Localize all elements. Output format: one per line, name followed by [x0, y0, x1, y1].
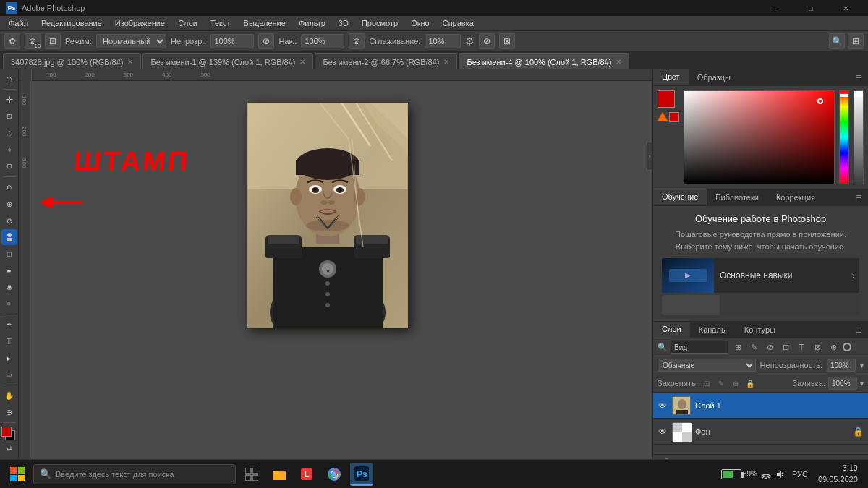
- tab-color[interactable]: Цвет: [653, 69, 689, 85]
- office-btn[interactable]: L: [295, 463, 318, 486]
- flow-input[interactable]: [301, 34, 344, 48]
- tab-2[interactable]: Без имени-1 @ 139% (Слой 1, RGB/8#) ✕: [142, 53, 313, 69]
- tab-3[interactable]: Без имени-2 @ 66,7% (RGB/8#) ✕: [315, 53, 457, 69]
- layer-1-visibility[interactable]: 👁: [658, 401, 668, 411]
- menu-window[interactable]: Окно: [405, 17, 435, 29]
- tool-path-select[interactable]: ▸: [1, 350, 17, 366]
- tool-preset-icon[interactable]: ✿: [4, 33, 20, 49]
- clock[interactable]: 3:19 09.05.2020: [814, 461, 862, 487]
- tool-select-rect[interactable]: ⊡: [1, 108, 17, 124]
- alpha-slider[interactable]: [854, 90, 864, 184]
- tool-eraser[interactable]: ◻: [1, 246, 17, 262]
- smoothing-input[interactable]: [425, 34, 461, 48]
- tab-4[interactable]: Без имени-4 @ 100% (Слой 1, RGB/8#) ✕: [459, 53, 629, 69]
- tab-layers[interactable]: Слои: [653, 322, 690, 338]
- layers-search-input[interactable]: [671, 341, 728, 354]
- symmetry-icon[interactable]: ⊠: [499, 33, 515, 49]
- battery-indicator[interactable]: 59%: [721, 469, 757, 479]
- tab-channels[interactable]: Каналы: [690, 322, 736, 337]
- swap-colors-btn[interactable]: ⇄: [7, 445, 12, 452]
- volume-icon[interactable]: [775, 468, 786, 480]
- close-button[interactable]: ✕: [829, 0, 862, 16]
- menu-3d[interactable]: 3D: [333, 17, 354, 29]
- tool-pen[interactable]: ✒: [1, 317, 17, 333]
- tool-move[interactable]: ✛: [1, 92, 17, 108]
- tool-lasso[interactable]: ◌: [1, 125, 17, 141]
- language-indicator[interactable]: РУС: [789, 468, 811, 480]
- tool-quick-select[interactable]: ✧: [1, 142, 17, 158]
- lock-pixels-btn[interactable]: ⊡: [701, 377, 712, 389]
- tool-home[interactable]: ⌂: [1, 71, 17, 87]
- spectrum-gradient[interactable]: [684, 90, 835, 184]
- opacity-input[interactable]: [210, 34, 254, 48]
- layers-panel-menu[interactable]: ☰: [853, 325, 865, 335]
- tool-crop[interactable]: ⊡: [1, 158, 17, 174]
- file-explorer-btn[interactable]: [268, 463, 291, 486]
- tab-corrections[interactable]: Коррекция: [767, 190, 824, 205]
- lock-artboard-btn[interactable]: ⊕: [730, 377, 741, 389]
- layers-visibility-btn[interactable]: [843, 343, 851, 351]
- menu-layers[interactable]: Слои: [172, 17, 203, 29]
- menu-filter[interactable]: Фильтр: [293, 17, 331, 29]
- tool-gradient[interactable]: ▰: [1, 262, 17, 278]
- tab-3-close[interactable]: ✕: [443, 58, 449, 66]
- tool-blur[interactable]: ◉: [1, 279, 17, 295]
- triangle-swatch[interactable]: [658, 112, 668, 121]
- menu-select[interactable]: Выделение: [238, 17, 292, 29]
- menu-image[interactable]: Изображение: [109, 17, 171, 29]
- menu-view[interactable]: Просмотр: [356, 17, 404, 29]
- angle-icon[interactable]: ⊘: [479, 33, 495, 49]
- layer-item-1[interactable]: 👁 Слой 1: [653, 393, 868, 419]
- tool-text[interactable]: T: [1, 333, 17, 349]
- tab-1-close[interactable]: ✕: [127, 58, 133, 66]
- chrome-btn[interactable]: [323, 463, 346, 486]
- canvas-area[interactable]: 100 200 300 400 500 100 200 300 ШТАМП: [19, 69, 652, 472]
- maximize-button[interactable]: □: [794, 0, 827, 16]
- lock-position-btn[interactable]: ✎: [715, 377, 727, 389]
- blend-mode-select[interactable]: Обычные: [658, 359, 756, 372]
- learn-panel-menu[interactable]: ☰: [853, 192, 865, 203]
- menu-text[interactable]: Текст: [205, 17, 237, 29]
- learn-card-secondary[interactable]: [662, 295, 859, 315]
- minimize-button[interactable]: —: [760, 0, 793, 16]
- brush-settings-icon[interactable]: ⊘ 10: [25, 33, 41, 49]
- workspace-icon[interactable]: ⊞: [848, 33, 864, 49]
- tool-shape[interactable]: ▭: [1, 367, 17, 382]
- tool-eyedropper[interactable]: ⊘: [1, 179, 17, 195]
- tab-2-close[interactable]: ✕: [299, 58, 305, 66]
- tool-hand[interactable]: ✋: [1, 388, 17, 403]
- tab-learn[interactable]: Обучение: [653, 189, 707, 205]
- tab-libraries[interactable]: Библиотеки: [707, 190, 767, 205]
- taskbar-search[interactable]: 🔍 Введите здесь текст для поиска: [33, 464, 236, 484]
- brush-mode-icon[interactable]: ⊡: [45, 33, 61, 49]
- start-button[interactable]: [6, 463, 29, 486]
- photoshop-btn[interactable]: Ps: [350, 463, 373, 486]
- tool-brush[interactable]: ⊘: [1, 213, 17, 228]
- layers-icon-fx[interactable]: ⊘: [763, 341, 776, 354]
- tab-1[interactable]: 3407828.jpg @ 100% (RGB/8#) ✕: [3, 53, 141, 69]
- search-icon[interactable]: 🔍: [829, 33, 845, 49]
- tab-4-close[interactable]: ✕: [616, 58, 621, 66]
- pressure-opacity-icon[interactable]: ⊘: [258, 33, 274, 49]
- task-view-btn[interactable]: [240, 463, 263, 486]
- menu-edit[interactable]: Редактирование: [35, 17, 108, 29]
- hue-slider[interactable]: [839, 90, 849, 184]
- menu-help[interactable]: Справка: [437, 17, 480, 29]
- settings-icon[interactable]: ⚙: [465, 35, 475, 47]
- layers-icon-add[interactable]: ⊞: [731, 341, 744, 354]
- color-panel-menu[interactable]: ☰: [853, 72, 865, 83]
- mode-select[interactable]: Нормальный: [96, 34, 166, 48]
- menu-file[interactable]: Файл: [3, 17, 34, 29]
- foreground-swatch[interactable]: [658, 90, 675, 108]
- pressure-flow-icon[interactable]: ⊘: [349, 33, 365, 49]
- lock-all-btn[interactable]: 🔒: [744, 377, 756, 389]
- layer-bg-visibility[interactable]: 👁: [658, 427, 668, 437]
- network-icon[interactable]: [760, 468, 772, 480]
- fill-input-layers[interactable]: [828, 377, 857, 390]
- layers-icon-shape[interactable]: ⊠: [811, 341, 824, 354]
- tool-zoom[interactable]: ⊕: [1, 404, 17, 420]
- layers-icon-mask[interactable]: ⊡: [779, 341, 792, 354]
- layers-icon-edit[interactable]: ✎: [747, 341, 760, 354]
- layers-icon-smart[interactable]: ⊕: [827, 341, 840, 354]
- red-mini-swatch[interactable]: [669, 112, 679, 122]
